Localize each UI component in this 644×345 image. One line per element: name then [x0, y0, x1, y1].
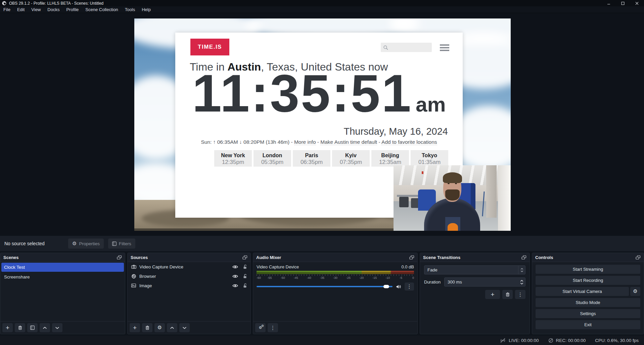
menu-item-view[interactable]: View: [28, 6, 44, 13]
webcam-window: [498, 165, 511, 231]
globe-icon: [131, 274, 136, 278]
start-virtual-camera-button[interactable]: Start Virtual Camera: [536, 287, 629, 296]
add-source-button[interactable]: +: [130, 323, 140, 332]
no-source-label: No source selected: [4, 241, 68, 246]
move-scene-up-button[interactable]: [40, 323, 50, 332]
popout-icon[interactable]: [409, 255, 414, 260]
move-source-up-button[interactable]: [167, 323, 177, 332]
volume-meter: [257, 271, 414, 274]
timeis-logo: TIME.IS: [190, 39, 229, 55]
record-inactive-icon: [548, 338, 553, 343]
visibility-eye-icon[interactable]: [232, 265, 238, 269]
kebab-icon: ⋮: [407, 284, 412, 290]
city-card: Beijing12:35am: [371, 150, 409, 167]
volume-slider[interactable]: [257, 286, 393, 287]
source-row-image[interactable]: Image: [128, 281, 250, 290]
source-row-browser[interactable]: Browser: [128, 271, 250, 281]
scene-item-screenshare[interactable]: Screenshare: [1, 272, 124, 282]
mixer-channel-menu-button[interactable]: ⋮: [405, 283, 414, 291]
sources-header: Sources: [128, 253, 250, 262]
window-title: OBS 29.1.2 - Profile: LLHLS BETA - Scene…: [9, 1, 103, 6]
person-eye: [455, 183, 457, 184]
exit-button[interactable]: Exit: [536, 320, 640, 329]
menu-item-help[interactable]: Help: [138, 6, 154, 13]
menu-item-edit[interactable]: Edit: [14, 6, 28, 13]
popout-icon[interactable]: [521, 255, 526, 260]
source-properties-button[interactable]: ⚙: [154, 323, 165, 332]
popout-icon[interactable]: [242, 255, 247, 260]
scene-item-clock-test[interactable]: Clock Test: [1, 263, 124, 272]
add-scene-button[interactable]: +: [2, 323, 13, 332]
remove-scene-button[interactable]: [15, 323, 25, 332]
start-streaming-button[interactable]: Start Streaming: [536, 265, 640, 274]
scene-filters-button[interactable]: [27, 323, 38, 332]
mixer-db-value: 0.0 dB: [401, 264, 414, 269]
scenes-header: Scenes: [0, 253, 125, 262]
duration-label: Duration: [424, 279, 444, 285]
menu-bar: File Edit View Docks Profile Scene Colle…: [0, 6, 644, 13]
virtual-camera-config-button[interactable]: ⚙: [630, 287, 640, 296]
properties-button[interactable]: ⚙ Properties: [68, 239, 104, 249]
status-bar: LIVE: 00:00:00 REC: 00:00:00 CPU: 0.6%, …: [0, 336, 644, 345]
transition-select-spinner[interactable]: [518, 266, 525, 274]
timeis-search-input: [390, 45, 429, 50]
person-hair: [443, 172, 462, 183]
sources-toolbar: + ⚙: [128, 321, 250, 334]
search-icon: [383, 45, 388, 50]
duration-spinner[interactable]: [518, 278, 525, 286]
minimize-button[interactable]: [602, 0, 616, 6]
filter-icon: [112, 242, 117, 246]
webcam-exit-light: [422, 171, 423, 174]
audio-mixer-toolbar: ⚙⚙ ⋮: [253, 321, 417, 334]
visibility-eye-icon[interactable]: [232, 274, 238, 278]
world-cities-row: New York12:35pm London05:35pm Paris06:35…: [214, 150, 448, 167]
menu-item-file[interactable]: File: [0, 6, 14, 13]
more-info-link: More info: [294, 139, 316, 145]
controls-header: Controls: [532, 253, 644, 262]
volume-slider-handle[interactable]: [383, 285, 389, 288]
start-recording-button[interactable]: Start Recording: [536, 276, 640, 285]
menu-item-docks[interactable]: Docks: [44, 6, 63, 13]
speaker-icon[interactable]: [396, 285, 401, 289]
menu-item-tools[interactable]: Tools: [122, 6, 138, 13]
studio-mode-button[interactable]: Studio Mode: [536, 298, 640, 307]
obs-logo-icon: [2, 1, 6, 5]
image-icon: [131, 284, 136, 288]
clock-time: 11:35:51: [192, 63, 412, 123]
popout-icon[interactable]: [117, 255, 122, 260]
filters-button[interactable]: Filters: [108, 239, 135, 249]
move-source-down-button[interactable]: [179, 323, 190, 332]
mixer-menu-button[interactable]: ⋮: [268, 323, 278, 332]
close-button[interactable]: [630, 0, 644, 6]
scenes-toolbar: +: [0, 321, 125, 334]
camera-icon: [131, 265, 136, 269]
transition-properties-button[interactable]: ⋮: [515, 290, 525, 299]
move-scene-down-button[interactable]: [52, 323, 62, 332]
transition-select[interactable]: Fade: [424, 265, 525, 274]
advanced-audio-properties-button[interactable]: ⚙⚙: [255, 323, 266, 332]
menu-item-scene-collection[interactable]: Scene Collection: [82, 6, 122, 13]
program-canvas[interactable]: TIME.IS Time in Austin, Texas, United St…: [134, 18, 511, 231]
visibility-eye-icon[interactable]: [232, 284, 238, 288]
settings-button[interactable]: Settings: [536, 309, 640, 318]
lock-icon[interactable]: [243, 274, 247, 278]
sun-times: Sun: ↑ 06:35AM ↓ 08:20PM (13h 46m) -: [201, 139, 294, 145]
lock-icon[interactable]: [243, 264, 247, 269]
city-card: Tokyo01:35am: [411, 150, 448, 167]
remove-transition-button[interactable]: [502, 290, 513, 299]
scene-transitions-header: Scene Transitions: [420, 253, 530, 262]
add-transition-button[interactable]: +: [485, 290, 500, 299]
popout-icon[interactable]: [636, 255, 641, 260]
sources-panel: Sources Video Capture Device Browser Ima…: [127, 253, 251, 334]
source-row-video-capture[interactable]: Video Capture Device: [128, 262, 250, 271]
gear-icon: ⚙: [157, 325, 162, 330]
webcam-source[interactable]: [394, 165, 511, 231]
duration-spinbox[interactable]: 300 ms: [444, 277, 525, 287]
city-card: Paris06:35pm: [293, 150, 330, 167]
remove-source-button[interactable]: [142, 323, 152, 332]
maximize-button[interactable]: [616, 0, 630, 6]
menu-item-profile[interactable]: Profile: [63, 6, 82, 13]
timeis-search-box: [381, 43, 432, 52]
lock-icon[interactable]: [243, 283, 247, 288]
rec-status: REC: 00:00:00: [548, 338, 586, 343]
